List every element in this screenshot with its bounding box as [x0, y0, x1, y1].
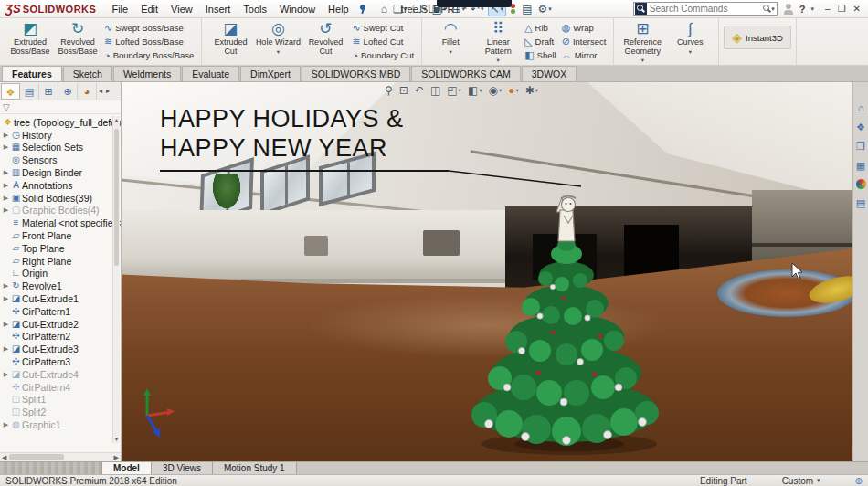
tab-model[interactable]: Model — [102, 462, 152, 474]
tree-item-split2[interactable]: ◫Split2 — [2, 406, 121, 418]
tree-item-annotations[interactable]: ▶AAnnotations — [2, 179, 121, 192]
filter-funnel-icon[interactable]: ▽ — [3, 102, 10, 112]
featuremanager-tab[interactable]: ❖ — [1, 83, 20, 100]
curves-button[interactable]: ∫Curves▾ — [666, 20, 714, 56]
expand-arrow-icon[interactable]: ▶ — [2, 282, 10, 290]
tab-solidworks-mbd[interactable]: SOLIDWORKS MBD — [302, 66, 410, 81]
appearances-icon[interactable] — [856, 179, 866, 189]
tree-item-cirpattern2[interactable]: ✣CirPattern2 — [2, 331, 121, 343]
boundary-cut-button[interactable]: ◔Boundary Cut — [349, 48, 417, 62]
tree-item-cut-extrude3[interactable]: ▶◪Cut-Extrude3 — [2, 343, 121, 355]
tree-item-selection[interactable]: ▶▦Selection Sets — [2, 142, 121, 154]
boundary-boss-base-button[interactable]: ◔Boundary Boss/Base — [101, 48, 196, 62]
tab-features[interactable]: Features — [2, 66, 62, 81]
expand-arrow-icon[interactable]: ▶ — [2, 371, 10, 378]
scrollbar-thumb[interactable] — [9, 454, 64, 460]
tree-item-right[interactable]: ▱Right Plane — [2, 255, 121, 268]
close-button[interactable]: ✕ — [850, 4, 864, 14]
extruded-cut-button[interactable]: ◪Extruded Cut — [206, 20, 254, 56]
swept-boss-base-button[interactable]: ∿Swept Boss/Base — [101, 21, 196, 35]
pin-icon[interactable] — [357, 4, 368, 15]
tree-item-graphic1[interactable]: ▶◍Graphic1 — [2, 418, 121, 431]
tab-3dwox[interactable]: 3DWOX — [522, 66, 577, 81]
view-palette-icon[interactable]: ▦ — [856, 160, 865, 171]
view-settings-icon[interactable]: ✱▾ — [525, 84, 538, 97]
menu-help[interactable]: Help — [322, 2, 355, 16]
hole-wizard-button[interactable]: ◎Hole Wizard▾ — [254, 20, 302, 56]
propertymanager-tab[interactable]: ▤ — [20, 83, 39, 100]
expand-arrow-icon[interactable]: ▶ — [2, 206, 10, 214]
tab-dimxpert[interactable]: DimXpert — [240, 66, 301, 81]
expand-arrow-icon[interactable]: ▶ — [2, 321, 10, 328]
custom-properties-icon[interactable]: ▤ — [856, 197, 865, 208]
rib-button[interactable]: △Rib — [522, 21, 559, 35]
extruded-boss-base-button[interactable]: ◩Extruded Boss/Base — [6, 20, 54, 56]
christmas-tree-model[interactable] — [461, 185, 672, 459]
previous-view-icon[interactable]: ↶ — [415, 84, 424, 97]
graphics-viewport[interactable]: HAPPY HOLIDAYS & HAPPY NEW YEAR ⚲⊡↶◫◰▾◧▾… — [122, 82, 852, 461]
tree-item-cirpattern4[interactable]: ✣CirPattern4 — [2, 381, 121, 394]
swept-cut-button[interactable]: ∿Swept Cut — [349, 21, 417, 35]
display-style-icon[interactable]: ◧▾ — [468, 84, 482, 97]
tree-item-cut-extrude1[interactable]: ▶◪Cut-Extrude1 — [2, 292, 121, 305]
scroll-down-icon[interactable]: ▼ — [113, 436, 120, 442]
scrollbar-thumb[interactable] — [114, 129, 119, 266]
tabs-prev-icon[interactable]: ◂ — [97, 87, 104, 95]
tab-weldments[interactable]: Weldments — [113, 66, 181, 81]
tab-evaluate[interactable]: Evaluate — [182, 66, 239, 81]
expand-arrow-icon[interactable]: ▶ — [2, 195, 10, 202]
configurationmanager-tab[interactable]: ⊞ — [39, 83, 58, 100]
tree-item-solid[interactable]: ▶▣Solid Bodies(39) — [2, 192, 121, 205]
displaymanager-tab[interactable]: ◕ — [78, 83, 97, 100]
edit-appearance-icon[interactable]: ●▾ — [508, 84, 519, 97]
reference-geometry-button[interactable]: ⊞Reference Geometry▾ — [619, 20, 666, 64]
tree-item-cut-extrude4[interactable]: ▶◪Cut-Extrude4 — [2, 368, 121, 381]
tree-item-history[interactable]: ▶◷History — [2, 129, 121, 142]
tree-item-front[interactable]: ▱Front Plane — [2, 229, 121, 242]
tab-motion-study-1[interactable]: Motion Study 1 — [213, 462, 297, 474]
expand-arrow-icon[interactable]: ▶ — [2, 169, 10, 176]
search-icon[interactable] — [763, 5, 771, 13]
intersect-button[interactable]: ⊘Intersect — [559, 35, 609, 48]
tree-item-top[interactable]: ▱Top Plane — [2, 242, 121, 255]
tree-item-design[interactable]: ▶▥Design Binder — [2, 166, 121, 179]
menu-edit[interactable]: Edit — [134, 2, 164, 16]
config-selector[interactable]: Custom ▾ — [782, 476, 820, 486]
hide-show-items-icon[interactable]: ◉▾ — [488, 84, 502, 97]
tab-solidworks-cam[interactable]: SOLIDWORKS CAM — [411, 66, 520, 81]
tree-item-cirpattern3[interactable]: ✣CirPattern3 — [2, 355, 121, 368]
expand-arrow-icon[interactable]: ▶ — [2, 345, 10, 353]
view-orientation-icon[interactable]: ◰▾ — [447, 84, 461, 97]
tabs-next-icon[interactable]: ▸ — [104, 87, 111, 95]
menu-file[interactable]: File — [105, 2, 134, 16]
help-icon[interactable]: ? — [799, 4, 806, 15]
mirror-button[interactable]: ⇔Mirror — [559, 48, 609, 62]
tree-item-sensors[interactable]: ◎Sensors — [2, 153, 121, 166]
draft-button[interactable]: ◺Draft — [522, 35, 559, 48]
search-dropdown-icon[interactable]: ▾ — [771, 5, 775, 13]
minimize-button[interactable]: – — [821, 4, 834, 14]
shell-button[interactable]: ◧Shell — [522, 48, 559, 62]
menu-window[interactable]: Window — [273, 2, 322, 16]
user-account-icon[interactable] — [783, 4, 794, 15]
dimxpertmanager-tab[interactable]: ⊕ — [58, 83, 78, 100]
menu-tools[interactable]: Tools — [237, 2, 273, 16]
expand-arrow-icon[interactable]: ▶ — [2, 132, 10, 139]
zoom-to-fit-icon[interactable]: ⚲ — [385, 84, 393, 97]
revolved-boss-base-button[interactable]: ↻Revolved Boss/Base — [54, 20, 101, 56]
lofted-boss-base-button[interactable]: ≋Lofted Boss/Base — [101, 35, 196, 48]
zoom-to-area-icon[interactable]: ⊡ — [399, 84, 408, 97]
menu-insert[interactable]: Insert — [199, 2, 238, 16]
home-button[interactable]: ⌂ — [379, 3, 389, 16]
tree-item-material[interactable]: ≡Material <not specified> — [2, 217, 121, 229]
help-dropdown-icon[interactable]: ▾ — [811, 5, 815, 13]
lofted-cut-button[interactable]: ≋Lofted Cut — [349, 35, 417, 48]
tree-root-item[interactable]: ❖ tree (Topology_full_deformed_bod — [2, 116, 121, 129]
expand-arrow-icon[interactable]: ▶ — [2, 182, 10, 189]
fillet-button[interactable]: ◠Fillet▾ — [427, 20, 474, 56]
tab-sketch[interactable]: Sketch — [63, 66, 112, 81]
expand-arrow-icon[interactable]: ▶ — [2, 143, 10, 151]
linear-pattern-button[interactable]: ⠿Linear Pattern▾ — [474, 20, 522, 64]
units-icon[interactable]: ⊕ — [855, 476, 863, 486]
scroll-up-icon[interactable]: ▲ — [113, 117, 120, 123]
